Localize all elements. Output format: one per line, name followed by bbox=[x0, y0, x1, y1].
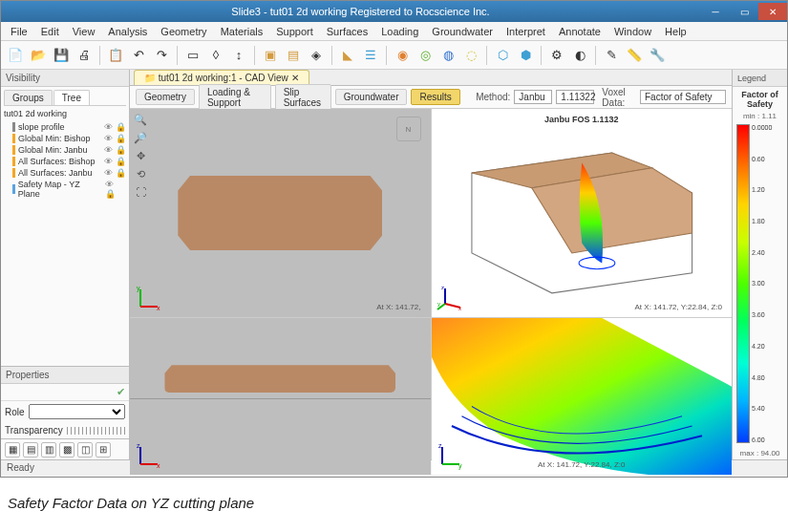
svg-text:y: y bbox=[137, 285, 140, 292]
move-icon[interactable]: ↕ bbox=[228, 45, 249, 66]
menu-materials[interactable]: Materials bbox=[215, 24, 269, 39]
menu-edit[interactable]: Edit bbox=[35, 24, 65, 39]
legend-min: min : 1.11 bbox=[733, 112, 787, 120]
surface1-icon[interactable]: ◉ bbox=[392, 45, 413, 66]
shape-icon[interactable]: ◈ bbox=[306, 45, 327, 66]
slope-3d-view bbox=[432, 109, 733, 317]
compute-icon[interactable]: ⚙ bbox=[546, 45, 567, 66]
role-select[interactable] bbox=[29, 404, 125, 419]
wf-groundwater[interactable]: Groundwater bbox=[335, 89, 408, 105]
tool-icon[interactable]: 🔧 bbox=[647, 45, 668, 66]
wf-geometry[interactable]: Geometry bbox=[136, 89, 195, 105]
transparency-slider[interactable] bbox=[67, 427, 125, 435]
svg-text:z: z bbox=[438, 442, 442, 449]
save-icon[interactable]: 💾 bbox=[51, 45, 72, 66]
voxel-select[interactable]: Factor of Safety bbox=[640, 90, 726, 104]
lasso-icon[interactable]: ◊ bbox=[205, 45, 226, 66]
menu-geometry[interactable]: Geometry bbox=[155, 24, 212, 39]
view2-icon[interactable]: ▤ bbox=[23, 442, 38, 458]
tree-project[interactable]: tut01 2d working bbox=[4, 106, 126, 121]
compass-icon[interactable]: N bbox=[396, 117, 421, 141]
view3-icon[interactable]: ▥ bbox=[41, 442, 56, 458]
maximize-button[interactable]: ▭ bbox=[730, 3, 758, 20]
menu-help[interactable]: Help bbox=[659, 24, 692, 39]
slope-icon[interactable]: ◣ bbox=[337, 45, 358, 66]
menu-support[interactable]: Support bbox=[270, 24, 319, 39]
viewports: 🔍 🔎 ✥ ⟲ ⛶ N yx At X: 141.72, Janbu FOS 1… bbox=[130, 109, 732, 474]
measure-icon[interactable]: 📏 bbox=[624, 45, 645, 66]
undo-icon[interactable]: ↶ bbox=[128, 45, 149, 66]
hex2-icon[interactable]: ⬢ bbox=[515, 45, 536, 66]
annotate-icon[interactable]: ✎ bbox=[601, 45, 622, 66]
menu-loading[interactable]: Loading bbox=[375, 24, 424, 39]
open-icon[interactable]: 📂 bbox=[28, 45, 49, 66]
document-tab[interactable]: 📁 tut01 2d working:1 - CAD View ✕ bbox=[134, 70, 309, 85]
box-icon[interactable]: ▤ bbox=[283, 45, 304, 66]
menubar: File Edit View Analysis Geometry Materia… bbox=[1, 22, 787, 41]
tree-item[interactable]: All Surfaces: Janbu👁 🔒 bbox=[4, 167, 126, 179]
zoom-out-icon[interactable]: 🔎 bbox=[133, 130, 148, 145]
legend-ticks: 0.00000.601.201.802.403.003.604.204.805.… bbox=[752, 124, 783, 443]
svg-text:z: z bbox=[441, 285, 444, 290]
legend-gradient bbox=[736, 124, 750, 443]
tree-item[interactable]: All Surfaces: Bishop👁 🔒 bbox=[4, 156, 126, 167]
viewport-bottom-right[interactable]: zy At X: 141.72, Y:22.84, Z:0 bbox=[432, 318, 733, 475]
close-button[interactable]: ✕ bbox=[758, 3, 787, 20]
svg-text:x: x bbox=[157, 305, 160, 311]
rotate-icon[interactable]: ⟲ bbox=[133, 166, 148, 181]
tab-groups[interactable]: Groups bbox=[4, 90, 53, 105]
titlebar: Slide3 - tut01 2d working Registered to … bbox=[1, 1, 787, 22]
coords-readout: At X: 141.72, bbox=[376, 303, 420, 311]
select-icon[interactable]: ▭ bbox=[182, 45, 203, 66]
viewport-top-right[interactable]: Janbu FOS 1.1132 zxy At X: 141.72, Y:22.… bbox=[432, 109, 733, 317]
view5-icon[interactable]: ◫ bbox=[77, 442, 93, 458]
menu-view[interactable]: View bbox=[67, 24, 101, 39]
caption: Safety Factor Data on YZ cutting plane bbox=[0, 478, 788, 519]
menu-groundwater[interactable]: Groundwater bbox=[426, 24, 499, 39]
redo-icon[interactable]: ↷ bbox=[151, 45, 172, 66]
copy-icon[interactable]: 📋 bbox=[105, 45, 126, 66]
surface3-icon[interactable]: ◍ bbox=[437, 45, 458, 66]
apply-icon[interactable]: ✔ bbox=[117, 386, 125, 398]
layers-icon[interactable]: ☰ bbox=[360, 45, 381, 66]
results-icon[interactable]: ◐ bbox=[569, 45, 590, 66]
hex1-icon[interactable]: ⬡ bbox=[492, 45, 513, 66]
view-strip: ▦ ▤ ▥ ▩ ◫ ⊞ bbox=[1, 438, 129, 459]
view6-icon[interactable]: ⊞ bbox=[96, 442, 111, 458]
new-icon[interactable]: 📄 bbox=[5, 45, 26, 66]
tab-tree[interactable]: Tree bbox=[53, 90, 90, 105]
main-toolbar: 📄 📂 💾 🖨 📋 ↶ ↷ ▭ ◊ ↕ ▣ ▤ ◈ ◣ ☰ ◉ ◎ ◍ ◌ ⬡ … bbox=[1, 41, 787, 70]
app-window: Slide3 - tut01 2d working Registered to … bbox=[0, 0, 788, 478]
pan-icon[interactable]: ✥ bbox=[133, 148, 148, 163]
left-sidebar: Visibility Groups Tree tut01 2d working … bbox=[1, 70, 130, 459]
zoom-in-icon[interactable]: 🔍 bbox=[133, 112, 148, 127]
method-select[interactable]: Janbu bbox=[514, 90, 552, 104]
tree-item[interactable]: Safety Map - YZ Plane👁 🔒 bbox=[4, 179, 126, 200]
menu-file[interactable]: File bbox=[5, 24, 33, 39]
menu-interpret[interactable]: Interpret bbox=[500, 24, 551, 39]
fit-icon[interactable]: ⛶ bbox=[133, 184, 148, 200]
tree-item[interactable]: Global Min: Janbu👁 🔒 bbox=[4, 144, 126, 156]
wf-loading[interactable]: Loading & Support bbox=[199, 84, 271, 111]
slope-plan-shape bbox=[178, 176, 382, 250]
wf-slip[interactable]: Slip Surfaces bbox=[275, 84, 331, 111]
tree-item[interactable]: Global Min: Bishop👁 🔒 bbox=[4, 133, 126, 144]
print-icon[interactable]: 🖨 bbox=[74, 45, 95, 66]
surface4-icon[interactable]: ◌ bbox=[460, 45, 481, 66]
menu-window[interactable]: Window bbox=[608, 24, 657, 39]
viewport-top-left[interactable]: 🔍 🔎 ✥ ⟲ ⛶ N yx At X: 141.72, bbox=[130, 109, 431, 317]
tree-item[interactable]: slope profile👁 🔒 bbox=[4, 121, 126, 133]
legend-panel: Legend Factor of Safety min : 1.11 0.000… bbox=[732, 70, 787, 459]
cube-icon[interactable]: ▣ bbox=[260, 45, 281, 66]
view1-icon[interactable]: ▦ bbox=[5, 442, 20, 458]
menu-surfaces[interactable]: Surfaces bbox=[321, 24, 373, 39]
menu-annotate[interactable]: Annotate bbox=[553, 24, 607, 39]
minimize-button[interactable]: ─ bbox=[701, 3, 730, 20]
view4-icon[interactable]: ▩ bbox=[59, 442, 75, 458]
viewport-bottom-left[interactable]: zx bbox=[130, 318, 431, 475]
wf-results[interactable]: Results bbox=[411, 89, 459, 105]
window-title: Slide3 - tut01 2d working Registered to … bbox=[20, 6, 701, 17]
svg-text:x: x bbox=[157, 462, 160, 469]
menu-analysis[interactable]: Analysis bbox=[102, 24, 153, 39]
surface2-icon[interactable]: ◎ bbox=[415, 45, 436, 66]
